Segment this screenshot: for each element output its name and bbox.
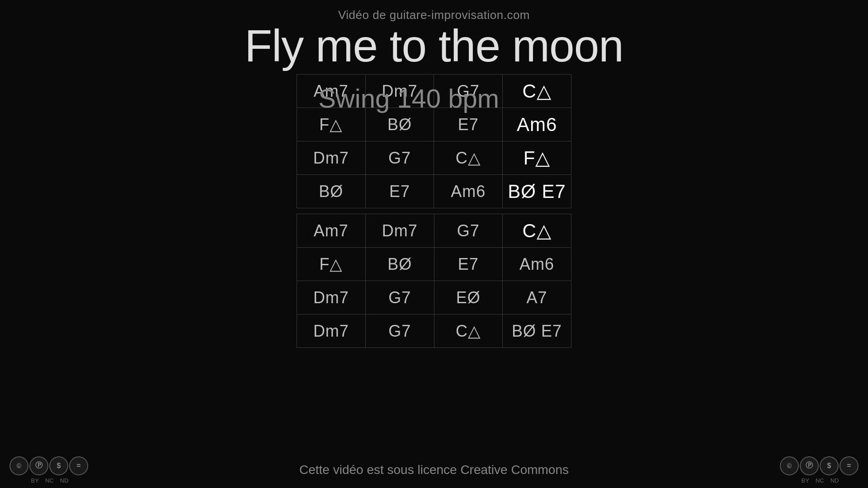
footer: © Ⓟ $ = BY NC ND Cette vidéo est sous li…	[0, 452, 868, 488]
cc-icon-by-r: Ⓟ	[800, 456, 819, 475]
swing-label: Swing 140 bpm	[318, 83, 499, 113]
cc-badge-left: © Ⓟ $ = BY NC ND	[9, 456, 89, 484]
table2-cell-0-3: C△	[503, 214, 571, 248]
cc-icon-nd: =	[69, 456, 88, 475]
table2-cell-3-2: C△	[434, 314, 503, 348]
table1-cell-2-3: F△	[503, 141, 571, 175]
footer-text: Cette vidéo est sous licence Creative Co…	[89, 463, 779, 477]
cc-icon-cc: ©	[9, 456, 28, 475]
table2-cell-2-0: Dm7	[297, 281, 366, 314]
cc-label-nc-r: NC	[816, 477, 824, 484]
chord-table-2: Am7Dm7G7C△F△BØE7Am6Dm7G7EØA7Dm7G7C△BØ E7	[297, 214, 571, 348]
table2-cell-1-2: E7	[434, 248, 503, 281]
table1-cell-3-3: BØ E7	[503, 175, 571, 208]
table2-cell-1-1: BØ	[365, 248, 434, 281]
cc-icon-by: Ⓟ	[29, 456, 48, 475]
table2-cell-2-1: G7	[365, 281, 434, 314]
cc-icon-nc: $	[49, 456, 68, 475]
table2-cell-2-3: A7	[503, 281, 571, 314]
page-title: Fly me to the moon	[245, 22, 623, 70]
table2-cell-0-1: Dm7	[365, 214, 434, 248]
table2-cell-3-0: Dm7	[297, 314, 366, 348]
table1-cell-0-3: C△	[503, 75, 571, 108]
cc-label-by: BY	[31, 477, 39, 484]
cc-icon-nc-r: $	[820, 456, 839, 475]
table2-cell-1-3: Am6	[503, 248, 571, 281]
table1-cell-2-0: Dm7	[297, 141, 366, 175]
table1-cell-2-1: G7	[365, 141, 434, 175]
cc-label-by-r: BY	[802, 477, 809, 484]
table1-cell-3-2: Am6	[434, 175, 503, 208]
table1-cell-3-0: BØ	[297, 175, 366, 208]
table2-cell-3-3: BØ E7	[503, 314, 571, 348]
table2-cell-0-0: Am7	[297, 214, 366, 248]
table2-cell-2-2: EØ	[434, 281, 503, 314]
cc-icon-cc-r: ©	[780, 456, 799, 475]
cc-label-nd: ND	[60, 477, 69, 484]
cc-label-nc: NC	[45, 477, 54, 484]
cc-badge-right: © Ⓟ $ = BY NC ND	[779, 456, 859, 484]
cc-label-nd-r: ND	[830, 477, 839, 484]
table2-cell-3-1: G7	[365, 314, 434, 348]
table1-cell-3-1: E7	[365, 175, 434, 208]
table2-cell-0-2: G7	[434, 214, 503, 248]
table1-cell-2-2: C△	[434, 141, 503, 175]
table1-cell-1-3: Am6	[503, 108, 571, 141]
table2-cell-1-0: F△	[297, 248, 366, 281]
cc-icon-nd-r: =	[840, 456, 859, 475]
